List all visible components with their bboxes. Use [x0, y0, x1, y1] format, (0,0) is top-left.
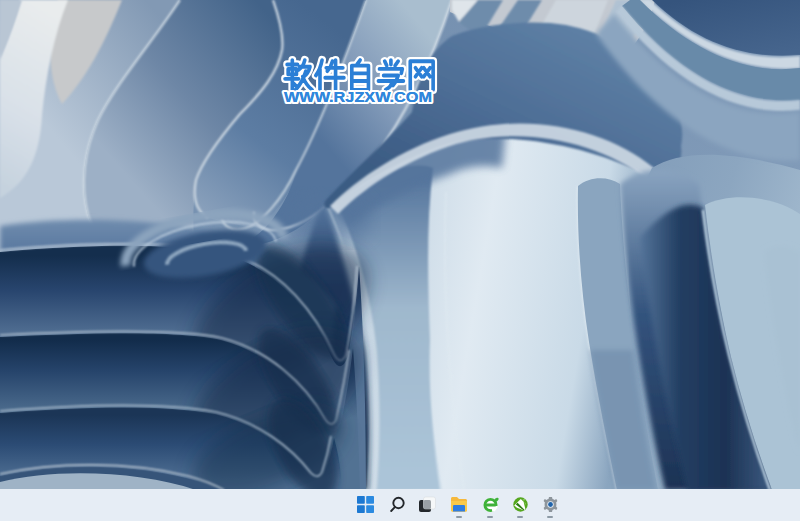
- svg-text:WWW.RJZXW.COM: WWW.RJZXW.COM: [284, 89, 432, 105]
